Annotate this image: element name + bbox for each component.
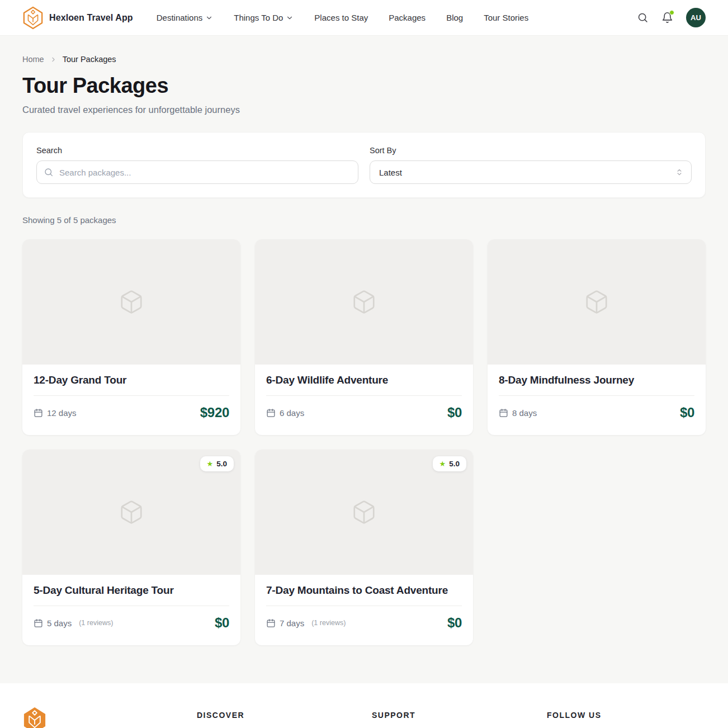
package-card[interactable]: ★ 5.0 5-Day Cultural Heritage Tour 5 day… — [22, 450, 240, 645]
nav-places-to-stay[interactable]: Places to Stay — [314, 13, 368, 22]
package-image-placeholder — [488, 239, 706, 365]
search-icon — [637, 12, 649, 23]
package-card[interactable]: 6-Day Wildlife Adventure 6 days $0 — [255, 239, 473, 435]
rating-badge: ★ 5.0 — [200, 456, 234, 471]
filter-panel: Search Sort By Latest — [22, 132, 706, 198]
chevron-down-icon — [286, 14, 294, 22]
nav-tour-stories[interactable]: Tour Stories — [484, 13, 528, 22]
search-button[interactable] — [637, 12, 649, 23]
nav-packages[interactable]: Packages — [389, 13, 426, 22]
chevron-right-icon — [50, 56, 57, 63]
package-reviews: (1 reviews) — [311, 619, 346, 627]
hexagon-logo-icon — [22, 707, 47, 728]
cube-icon — [119, 289, 144, 315]
sort-selected-value: Latest — [379, 168, 402, 177]
nav-label: Places to Stay — [314, 13, 368, 22]
package-title: 7-Day Mountains to Coast Adventure — [266, 584, 462, 606]
star-icon: ★ — [439, 460, 446, 467]
breadcrumb: Home Tour Packages — [22, 36, 706, 64]
nav-label: Destinations — [157, 13, 203, 22]
package-image-placeholder — [22, 239, 240, 365]
package-card[interactable]: ★ 5.0 7-Day Mountains to Coast Adventure… — [255, 450, 473, 645]
sort-select[interactable]: Latest — [370, 160, 692, 184]
cube-icon — [119, 499, 144, 525]
main-nav: Destinations Things To Do Places to Stay… — [157, 13, 529, 22]
main-content: Home Tour Packages Tour Packages Curated… — [0, 36, 728, 683]
chevron-down-icon — [205, 14, 213, 22]
select-arrows-icon — [675, 168, 683, 176]
package-price: $0 — [215, 615, 229, 631]
hexagon-logo-icon — [22, 6, 44, 30]
package-duration: 5 days — [47, 618, 72, 628]
footer-follow-column: FOLLOW US — [547, 707, 706, 728]
package-price: $0 — [447, 615, 462, 631]
packages-grid: 12-Day Grand Tour 12 days $920 6 — [22, 239, 706, 645]
package-image-placeholder — [255, 239, 473, 365]
package-title: 12-Day Grand Tour — [34, 374, 229, 396]
package-duration: 6 days — [280, 408, 304, 418]
nav-label: Blog — [446, 13, 463, 22]
brand-name: Hexloen Travel App — [49, 13, 133, 23]
package-duration: 7 days — [280, 618, 304, 628]
package-price: $920 — [200, 405, 229, 420]
star-icon: ★ — [207, 460, 214, 467]
cube-icon — [584, 289, 609, 315]
cube-icon — [351, 499, 377, 525]
notification-dot — [669, 10, 674, 15]
sort-label: Sort By — [370, 146, 692, 155]
package-duration: 12 days — [47, 408, 77, 418]
header-actions: AU — [637, 8, 706, 27]
cube-icon — [351, 289, 377, 315]
footer-discover-column: DISCOVER Destinations — [197, 707, 372, 728]
footer-support-column: SUPPORT Blog — [372, 707, 547, 728]
footer-heading-follow-us: FOLLOW US — [547, 711, 706, 720]
package-price: $0 — [680, 405, 694, 420]
calendar-icon — [34, 618, 43, 628]
nav-destinations[interactable]: Destinations — [157, 13, 214, 22]
nav-things-to-do[interactable]: Things To Do — [234, 13, 294, 22]
breadcrumb-home[interactable]: Home — [22, 55, 44, 64]
footer-heading-discover: DISCOVER — [197, 711, 372, 720]
nav-label: Tour Stories — [484, 13, 528, 22]
brand-logo[interactable]: Hexloen Travel App — [22, 6, 133, 30]
package-title: 6-Day Wildlife Adventure — [266, 374, 462, 396]
notifications-button[interactable] — [661, 12, 673, 23]
footer-heading-support: SUPPORT — [372, 711, 547, 720]
top-navigation-bar: Hexloen Travel App Destinations Things T… — [0, 0, 728, 36]
rating-value: 5.0 — [216, 460, 227, 468]
calendar-icon — [266, 618, 276, 628]
results-summary: Showing 5 of 5 packages — [22, 215, 706, 225]
calendar-icon — [266, 408, 276, 418]
sort-field-group: Sort By Latest — [370, 146, 692, 184]
package-card[interactable]: 8-Day Mindfulness Journey 8 days $0 — [488, 239, 706, 435]
search-icon — [44, 167, 54, 177]
search-field-group: Search — [36, 146, 358, 184]
page-subtitle: Curated travel experiences for unforgett… — [22, 105, 706, 115]
user-avatar[interactable]: AU — [686, 8, 706, 27]
rating-badge: ★ 5.0 — [433, 456, 466, 471]
breadcrumb-current: Tour Packages — [63, 55, 116, 64]
search-label: Search — [36, 146, 358, 155]
search-input[interactable] — [36, 160, 358, 184]
nav-blog[interactable]: Blog — [446, 13, 463, 22]
calendar-icon — [499, 408, 508, 418]
nav-label: Packages — [389, 13, 426, 22]
package-duration: 8 days — [512, 408, 537, 418]
rating-value: 5.0 — [449, 460, 460, 468]
footer-brand — [22, 707, 197, 728]
calendar-icon — [34, 408, 43, 418]
nav-label: Things To Do — [234, 13, 283, 22]
package-title: 8-Day Mindfulness Journey — [499, 374, 694, 396]
package-title: 5-Day Cultural Heritage Tour — [34, 584, 229, 606]
package-reviews: (1 reviews) — [79, 619, 113, 627]
page-footer: DISCOVER Destinations SUPPORT Blog FOLLO… — [0, 683, 728, 728]
package-price: $0 — [447, 405, 462, 420]
package-card[interactable]: 12-Day Grand Tour 12 days $920 — [22, 239, 240, 435]
page-title: Tour Packages — [22, 74, 706, 98]
